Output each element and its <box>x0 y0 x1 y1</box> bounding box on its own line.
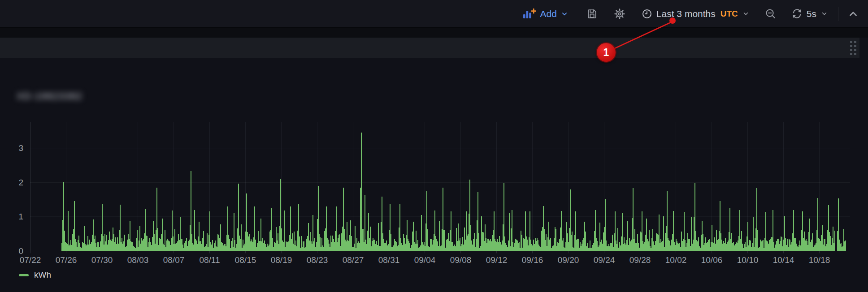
svg-text:0: 0 <box>18 246 23 256</box>
svg-text:3: 3 <box>18 143 23 153</box>
svg-text:10/14: 10/14 <box>773 255 794 265</box>
grafana-dashboard: Add <box>0 0 868 292</box>
legend-series-label: kWh <box>34 270 51 280</box>
svg-text:10/18: 10/18 <box>809 255 830 265</box>
time-series-chart[interactable]: 07/2207/2607/3008/0308/0708/1108/1508/19… <box>0 0 868 292</box>
svg-text:09/04: 09/04 <box>414 255 436 265</box>
svg-text:09/08: 09/08 <box>450 255 472 265</box>
svg-text:09/20: 09/20 <box>558 255 579 265</box>
svg-text:07/30: 07/30 <box>91 255 113 265</box>
legend-item-kwh[interactable]: kWh <box>19 270 51 280</box>
svg-text:08/19: 08/19 <box>271 255 292 265</box>
svg-text:09/12: 09/12 <box>486 255 508 265</box>
svg-text:2: 2 <box>18 178 23 187</box>
svg-text:09/28: 09/28 <box>629 255 651 265</box>
svg-text:08/27: 08/27 <box>343 255 364 265</box>
svg-text:08/31: 08/31 <box>378 255 400 265</box>
svg-text:10/02: 10/02 <box>665 255 687 265</box>
svg-text:10/06: 10/06 <box>701 255 723 265</box>
legend-series-swatch <box>19 274 29 276</box>
svg-text:09/24: 09/24 <box>594 255 615 265</box>
svg-text:08/23: 08/23 <box>307 255 328 265</box>
svg-text:08/03: 08/03 <box>127 255 149 265</box>
annotation-badge-label: 1 <box>603 47 609 59</box>
svg-text:09/16: 09/16 <box>522 255 543 265</box>
svg-text:10/10: 10/10 <box>737 255 759 265</box>
svg-text:08/11: 08/11 <box>199 255 220 265</box>
svg-text:1: 1 <box>18 212 23 221</box>
svg-text:08/07: 08/07 <box>163 255 185 265</box>
svg-text:08/15: 08/15 <box>235 255 256 265</box>
svg-text:07/22: 07/22 <box>20 255 41 265</box>
annotation-badge-1: 1 <box>597 43 616 62</box>
svg-text:07/26: 07/26 <box>56 255 77 265</box>
